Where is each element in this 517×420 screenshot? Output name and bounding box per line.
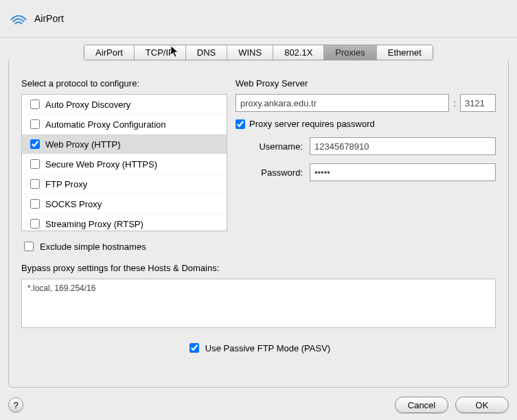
help-button[interactable]: ? bbox=[8, 397, 23, 412]
requires-password-label: Proxy server requires password bbox=[249, 119, 375, 129]
dialog-footer: ? Cancel OK bbox=[0, 390, 517, 420]
passive-ftp-label: Use Passive FTP Mode (PASV) bbox=[205, 343, 330, 353]
protocol-auto-discovery-checkbox[interactable] bbox=[30, 100, 40, 109]
protocol-item-label: Automatic Proxy Configuration bbox=[45, 119, 166, 130]
protocol-streaming-proxy[interactable]: Streaming Proxy (RTSP) bbox=[22, 214, 227, 231]
ok-button[interactable]: OK bbox=[455, 397, 509, 413]
protocol-secure-web-proxy-checkbox[interactable] bbox=[30, 159, 40, 169]
tab-ethernet[interactable]: Ethernet bbox=[377, 45, 433, 60]
server-port-separator: : bbox=[453, 98, 456, 108]
protocol-secure-web-proxy[interactable]: Secure Web Proxy (HTTPS) bbox=[22, 154, 227, 174]
interface-title: AirPort bbox=[34, 13, 64, 24]
wifi-icon bbox=[10, 12, 27, 25]
password-input[interactable] bbox=[310, 163, 496, 181]
protocol-item-label: FTP Proxy bbox=[45, 179, 87, 189]
tab-dns[interactable]: DNS bbox=[186, 45, 227, 60]
proxy-server-label: Web Proxy Server bbox=[235, 78, 496, 89]
protocol-web-proxy[interactable]: Web Proxy (HTTP) bbox=[22, 135, 227, 154]
protocol-auto-config[interactable]: Automatic Proxy Configuration bbox=[22, 115, 227, 135]
passive-ftp-checkbox[interactable] bbox=[189, 343, 199, 353]
protocol-item-label: Streaming Proxy (RTSP) bbox=[45, 219, 143, 229]
protocol-ftp-proxy-checkbox[interactable] bbox=[30, 179, 40, 189]
cancel-button[interactable]: Cancel bbox=[395, 397, 448, 413]
username-label: Username: bbox=[235, 141, 310, 152]
settings-panel: Select a protocol to configure: Auto Pro… bbox=[8, 60, 509, 388]
exclude-hostnames-checkbox[interactable] bbox=[24, 242, 34, 251]
proxy-port-input[interactable] bbox=[460, 94, 496, 112]
protocol-item-label: Web Proxy (HTTP) bbox=[45, 139, 121, 150]
tab-8021x[interactable]: 802.1X bbox=[273, 45, 324, 60]
tab-airport[interactable]: AirPort bbox=[84, 45, 135, 60]
protocol-socks-proxy-checkbox[interactable] bbox=[30, 199, 40, 209]
protocol-streaming-proxy-checkbox[interactable] bbox=[30, 219, 40, 229]
tab-row: AirPort TCP/IP DNS WINS 802.1X Proxies E… bbox=[84, 45, 433, 60]
window-header: AirPort bbox=[0, 0, 517, 38]
tab-bar: AirPort TCP/IP DNS WINS 802.1X Proxies E… bbox=[0, 45, 517, 60]
tab-wins[interactable]: WINS bbox=[227, 45, 273, 60]
protocol-list-label: Select a protocol to configure: bbox=[21, 78, 227, 89]
bypass-label: Bypass proxy settings for these Hosts & … bbox=[21, 263, 496, 273]
protocol-socks-proxy[interactable]: SOCKS Proxy bbox=[22, 194, 227, 214]
bypass-textarea[interactable] bbox=[21, 279, 496, 328]
requires-password-checkbox[interactable] bbox=[235, 119, 245, 129]
protocol-auto-discovery[interactable]: Auto Proxy Discovery bbox=[22, 95, 227, 115]
proxy-server-input[interactable] bbox=[235, 94, 449, 112]
protocol-item-label: SOCKS Proxy bbox=[45, 199, 102, 209]
protocol-list[interactable]: Auto Proxy Discovery Automatic Proxy Con… bbox=[21, 94, 227, 231]
tab-tcpip[interactable]: TCP/IP bbox=[135, 45, 186, 60]
password-label: Password: bbox=[235, 167, 310, 178]
protocol-web-proxy-checkbox[interactable] bbox=[30, 139, 40, 149]
protocol-item-label: Secure Web Proxy (HTTPS) bbox=[45, 159, 157, 170]
tab-proxies[interactable]: Proxies bbox=[324, 45, 376, 60]
protocol-ftp-proxy[interactable]: FTP Proxy bbox=[22, 174, 227, 194]
protocol-item-label: Auto Proxy Discovery bbox=[45, 100, 130, 110]
username-input[interactable] bbox=[310, 137, 496, 155]
exclude-hostnames-label: Exclude simple hostnames bbox=[40, 242, 146, 252]
protocol-auto-config-checkbox[interactable] bbox=[30, 119, 40, 129]
